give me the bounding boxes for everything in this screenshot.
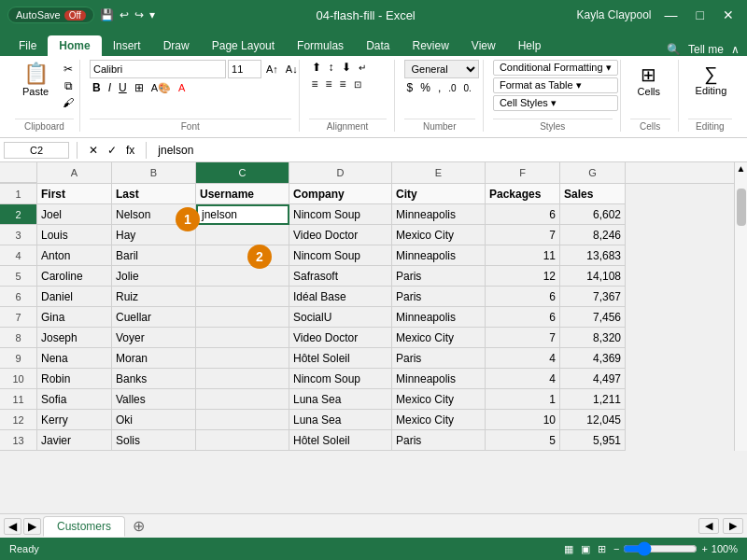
row-header-13[interactable]: 13 (0, 430, 37, 451)
cell-8-1[interactable]: Voyer (112, 328, 196, 348)
redo-icon[interactable]: ↪ (134, 8, 144, 21)
format-painter-button[interactable]: 🖌 (60, 95, 77, 110)
align-right-button[interactable]: ≡ (337, 77, 349, 91)
cell-5-3[interactable]: Safrasoft (289, 266, 392, 287)
cell-5-5[interactable]: 12 (486, 266, 560, 287)
cell-3-5[interactable]: 7 (486, 225, 560, 245)
confirm-formula-button[interactable]: ✓ (104, 143, 120, 158)
undo-icon[interactable]: ↩ (120, 8, 129, 21)
tab-insert[interactable]: Insert (102, 35, 152, 56)
cell-5-0[interactable]: Caroline (37, 266, 112, 287)
cell-2-5[interactable]: 6 (486, 204, 560, 225)
cell-2-0[interactable]: Joel (37, 204, 112, 225)
row-header-9[interactable]: 9 (0, 348, 37, 369)
cell-1-5[interactable]: Packages (486, 184, 560, 204)
row-header-3[interactable]: 3 (0, 225, 37, 245)
cell-12-2[interactable] (196, 410, 289, 430)
cell-1-3[interactable]: Company (289, 184, 392, 204)
cell-9-0[interactable]: Nena (37, 348, 112, 369)
align-bottom-button[interactable]: ⬇ (339, 60, 354, 75)
cell-10-4[interactable]: Minneapolis (392, 369, 486, 389)
cell-9-1[interactable]: Moran (112, 348, 196, 369)
tell-me-label[interactable]: Tell me (688, 43, 724, 56)
wrap-text-button[interactable]: ↵ (356, 62, 369, 74)
cell-13-3[interactable]: Hôtel Soleil (289, 430, 392, 451)
cell-6-2[interactable] (196, 287, 289, 307)
percent-button[interactable]: % (417, 80, 433, 95)
col-header-f[interactable]: F (486, 162, 560, 183)
cell-8-5[interactable]: 7 (486, 328, 560, 348)
col-header-c[interactable]: C (196, 162, 289, 183)
row-header-7[interactable]: 7 (0, 307, 37, 328)
cell-13-6[interactable]: 5,951 (560, 430, 626, 451)
cell-4-6[interactable]: 13,683 (560, 245, 626, 266)
cell-13-2[interactable] (196, 430, 289, 451)
cell-8-2[interactable] (196, 328, 289, 348)
align-left-button[interactable]: ≡ (309, 77, 321, 91)
sheet-nav-left-button[interactable]: ◀ (4, 518, 21, 535)
paste-button[interactable]: 📋 Paste (15, 60, 56, 101)
cell-13-4[interactable]: Paris (392, 430, 486, 451)
row-header-6[interactable]: 6 (0, 287, 37, 307)
cell-4-4[interactable]: Minneapolis (392, 245, 486, 266)
cell-2-4[interactable]: Minneapolis (392, 204, 486, 225)
cell-6-0[interactable]: Daniel (37, 287, 112, 307)
number-format-select[interactable]: General (404, 60, 479, 78)
cell-7-0[interactable]: Gina (37, 307, 112, 328)
cell-1-4[interactable]: City (392, 184, 486, 204)
autosave-toggle[interactable]: AutoSave Off (7, 7, 94, 23)
vertical-scrollbar[interactable]: ▲ (734, 162, 747, 451)
cell-12-1[interactable]: Oki (112, 410, 196, 430)
cell-1-6[interactable]: Sales (560, 184, 626, 204)
row-header-5[interactable]: 5 (0, 266, 37, 287)
cell-10-3[interactable]: Nincom Soup (289, 369, 392, 389)
cell-11-6[interactable]: 1,211 (560, 389, 626, 410)
cell-13-5[interactable]: 5 (486, 430, 560, 451)
cell-2-6[interactable]: 6,602 (560, 204, 626, 225)
cell-11-3[interactable]: Luna Sea (289, 389, 392, 410)
row-header-4[interactable]: 4 (0, 245, 37, 266)
tab-page-layout[interactable]: Page Layout (201, 35, 286, 56)
cell-5-1[interactable]: Jolie (112, 266, 196, 287)
cell-5-2[interactable] (196, 266, 289, 287)
cell-7-4[interactable]: Minneapolis (392, 307, 486, 328)
editing-button[interactable]: ∑ Editing (688, 60, 735, 100)
cell-4-2[interactable] (196, 245, 289, 266)
cell-9-3[interactable]: Hôtel Soleil (289, 348, 392, 369)
cell-6-5[interactable]: 6 (486, 287, 560, 307)
cell-2-2[interactable]: jnelson (196, 204, 289, 225)
cell-4-3[interactable]: Nincom Soup (289, 245, 392, 266)
fill-color-button[interactable]: A🎨 (148, 81, 174, 95)
cell-3-3[interactable]: Video Doctor (289, 225, 392, 245)
cell-10-0[interactable]: Robin (37, 369, 112, 389)
cell-12-6[interactable]: 12,045 (560, 410, 626, 430)
row-header-12[interactable]: 12 (0, 410, 37, 430)
row-header-8[interactable]: 8 (0, 328, 37, 348)
tab-review[interactable]: Review (401, 35, 459, 56)
hscroll-left-button[interactable]: ◀ (698, 518, 719, 534)
cell-6-1[interactable]: Ruiz (112, 287, 196, 307)
format-as-table-button[interactable]: Format as Table ▾ (493, 77, 618, 93)
cell-8-6[interactable]: 8,320 (560, 328, 626, 348)
row-header-2[interactable]: 2 (0, 204, 37, 225)
cell-10-5[interactable]: 4 (486, 369, 560, 389)
zoom-slider[interactable] (623, 541, 698, 556)
cell-13-0[interactable]: Javier (37, 430, 112, 451)
cell-12-0[interactable]: Kerry (37, 410, 112, 430)
cell-11-0[interactable]: Sofia (37, 389, 112, 410)
tab-help[interactable]: Help (507, 35, 553, 56)
header-corner[interactable] (0, 162, 37, 183)
align-center-button[interactable]: ≡ (323, 77, 335, 91)
decrease-font-button[interactable]: A↓ (283, 63, 301, 76)
cell-9-4[interactable]: Paris (392, 348, 486, 369)
cell-8-3[interactable]: Video Doctor (289, 328, 392, 348)
cell-7-5[interactable]: 6 (486, 307, 560, 328)
close-button[interactable]: ✕ (717, 6, 740, 24)
italic-button[interactable]: I (106, 80, 114, 95)
col-header-d[interactable]: D (289, 162, 392, 183)
add-sheet-button[interactable]: ⊕ (127, 517, 150, 535)
copy-button[interactable]: ⧉ (60, 78, 77, 93)
view-normal-icon[interactable]: ▦ (564, 543, 573, 555)
cut-button[interactable]: ✂ (60, 62, 77, 77)
col-header-g[interactable]: G (560, 162, 626, 183)
